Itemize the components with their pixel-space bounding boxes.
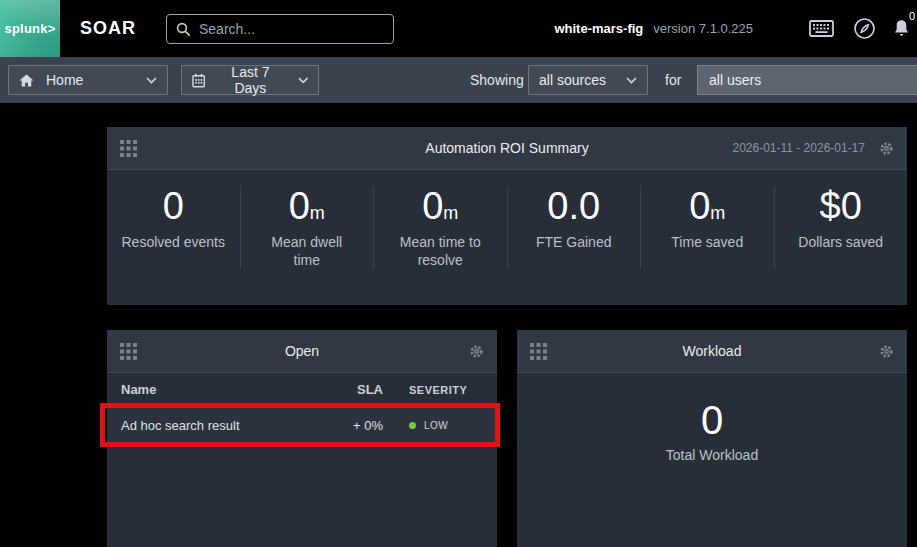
open-table-header: Name SLA SEVERITY	[107, 373, 497, 406]
splunk-logo[interactable]: splunk>	[0, 0, 60, 57]
roi-panel-header: Automation ROI Summary 2026-01-11 - 2026…	[107, 127, 907, 170]
version-label: version 7.1.0.225	[653, 21, 753, 36]
roi-settings-button[interactable]	[879, 141, 894, 156]
roi-date-range: 2026-01-11 - 2026-01-17	[732, 141, 865, 155]
for-label: for	[665, 57, 681, 103]
table-row[interactable]: Ad hoc search result + 0% LOW	[107, 406, 497, 444]
column-header-sla[interactable]: SLA	[321, 382, 383, 397]
topbar-right: white-mars-fig version 7.1.0.225	[554, 0, 910, 57]
stat-label: Mean dwell time	[247, 233, 367, 269]
bell-icon	[893, 19, 910, 38]
calendar-icon	[192, 73, 205, 88]
workload-panel: Workload 0 Total Workload	[517, 330, 907, 547]
home-icon	[19, 74, 34, 87]
row-name: Ad hoc search result	[121, 418, 321, 433]
stat-label: FTE Gained	[514, 233, 634, 251]
keyboard-shortcuts-button[interactable]	[809, 20, 834, 37]
workload-panel-header: Workload	[517, 330, 907, 373]
guided-tour-button[interactable]	[853, 17, 876, 40]
row-sla: + 0%	[321, 418, 383, 433]
time-range-dropdown[interactable]: Last 7 Days	[181, 65, 319, 95]
chevron-down-icon	[146, 77, 157, 84]
stat-resolved-events: 0 Resolved events	[107, 186, 240, 269]
search-icon	[176, 22, 191, 37]
stat-label: Mean time to resolve	[380, 233, 500, 269]
app-root: splunk> SOAR white-mars-fig version 7.1.…	[0, 0, 917, 547]
column-header-name[interactable]: Name	[121, 382, 321, 397]
roi-summary-panel: Automation ROI Summary 2026-01-11 - 2026…	[107, 127, 907, 305]
stat-value: 0m	[374, 186, 507, 228]
home-dropdown-label: Home	[46, 72, 83, 88]
users-select[interactable]: all users	[697, 65, 917, 95]
users-select-value: all users	[709, 72, 761, 88]
gear-icon	[879, 141, 894, 156]
stat-mean-dwell-time: 0m Mean dwell time	[240, 186, 374, 269]
navbar: Home Last 7 Days Showing all sourc	[0, 57, 917, 103]
stat-value: 0	[107, 186, 240, 228]
open-panel-header: Open	[107, 330, 497, 373]
workload-value: 0	[517, 398, 907, 442]
workload-label: Total Workload	[517, 447, 907, 463]
drag-handle-icon[interactable]	[120, 140, 137, 157]
column-header-severity[interactable]: SEVERITY	[383, 384, 483, 396]
drag-handle-icon[interactable]	[120, 343, 137, 360]
row-severity: LOW	[383, 420, 483, 431]
drag-handle-icon[interactable]	[530, 343, 547, 360]
stat-fte-gained: 0.0 FTE Gained	[507, 186, 641, 269]
workload-body: 0 Total Workload	[517, 373, 907, 463]
stat-value: 0.0	[508, 186, 641, 228]
chevron-down-icon	[298, 77, 308, 84]
open-panel-title: Open	[107, 343, 497, 359]
search-input[interactable]	[199, 21, 384, 37]
sources-select-value: all sources	[539, 72, 606, 88]
chevron-down-icon	[626, 77, 637, 84]
home-dropdown[interactable]: Home	[8, 65, 168, 95]
stat-mean-time-to-resolve: 0m Mean time to resolve	[373, 186, 507, 269]
splunk-logo-text: splunk>	[5, 21, 56, 36]
stat-dollars-saved: $0 Dollars saved	[774, 186, 908, 269]
open-settings-button[interactable]	[469, 344, 484, 359]
open-panel: Open Name SLA SEVERITY Ad hoc search res…	[107, 330, 497, 547]
roi-stats-row: 0 Resolved events 0m Mean dwell time 0m …	[107, 170, 907, 286]
compass-icon	[853, 17, 876, 40]
search-box[interactable]	[166, 14, 394, 44]
workload-settings-button[interactable]	[879, 344, 894, 359]
stat-value: $0	[775, 186, 908, 228]
product-title: SOAR	[80, 0, 136, 57]
gear-icon	[469, 344, 484, 359]
topbar: splunk> SOAR white-mars-fig version 7.1.…	[0, 0, 917, 57]
time-range-label: Last 7 Days	[215, 64, 285, 96]
notification-count-badge: 0	[909, 10, 915, 22]
stat-value: 0m	[241, 186, 374, 228]
severity-label: LOW	[424, 420, 448, 431]
stat-label: Resolved events	[113, 233, 233, 251]
severity-dot-icon	[409, 422, 416, 429]
workload-panel-title: Workload	[517, 343, 907, 359]
stat-label: Dollars saved	[781, 233, 901, 251]
notifications-button[interactable]: 0	[893, 19, 910, 38]
gear-icon	[879, 344, 894, 359]
instance-name: white-mars-fig	[554, 21, 643, 36]
stat-label: Time saved	[647, 233, 767, 251]
showing-label: Showing	[470, 57, 524, 103]
keyboard-icon	[809, 20, 834, 37]
sources-select[interactable]: all sources	[528, 65, 648, 95]
stat-value: 0m	[641, 186, 774, 228]
stat-time-saved: 0m Time saved	[640, 186, 774, 269]
